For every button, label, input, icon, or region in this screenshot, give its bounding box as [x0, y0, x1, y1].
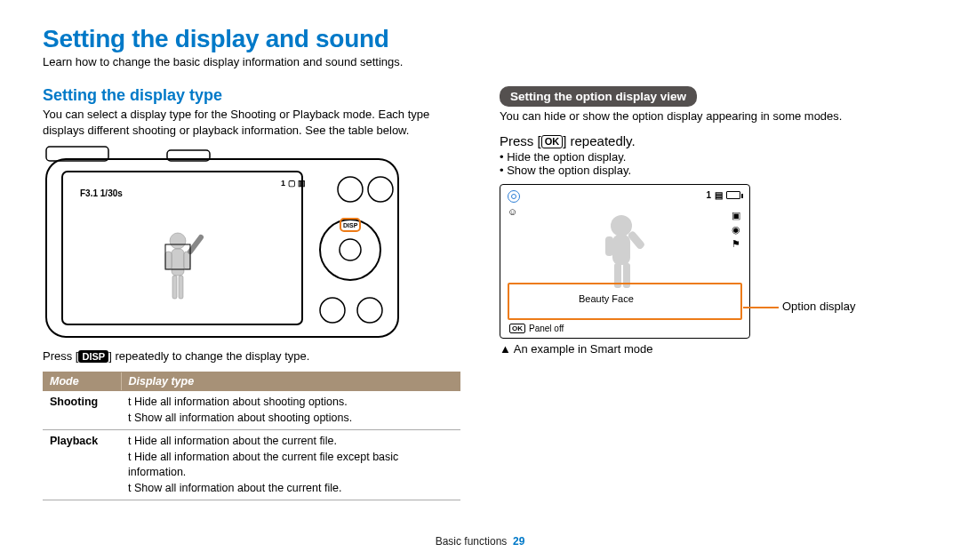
svg-rect-9 — [179, 276, 183, 299]
disp-badge: DISP — [78, 350, 108, 363]
cell-text: Show all information about the current f… — [134, 482, 341, 494]
th-mode: Mode — [43, 372, 121, 391]
option-display-callout: Option display — [782, 300, 855, 313]
mode-shooting: Shooting — [43, 391, 121, 430]
ok-bullets: Hide the option display. Show the option… — [500, 150, 917, 177]
footer-page-number: 29 — [513, 535, 524, 548]
svg-rect-5 — [172, 249, 184, 276]
list-item: Show the option display. — [500, 164, 917, 177]
option-view-badge: Setting the option display view — [500, 86, 697, 107]
top-right-icons: 1 ▤ — [706, 190, 740, 200]
svg-rect-7 — [184, 252, 190, 269]
press-suffix: ] repeatedly. — [563, 133, 635, 148]
screen-wrap: ☺ 1 ▤ ▣◉⚑ — [500, 184, 917, 339]
panel-off-label: Panel off — [529, 324, 564, 333]
camera-illustration: F3.1 1/30s 1 ▢ ▥ — [43, 145, 460, 346]
ok-badge: OK — [541, 135, 564, 148]
camera-icon — [508, 190, 520, 203]
press-prefix: Press [ — [500, 133, 541, 148]
count-readout: 1 — [706, 190, 711, 200]
mode-screen: ☺ 1 ▤ ▣◉⚑ — [500, 184, 750, 339]
table-row: Shooting t Hide all information about sh… — [43, 391, 460, 430]
list-item: Hide the option display. — [500, 150, 917, 164]
exposure-readout: F3.1 1/30s — [80, 188, 123, 198]
svg-line-10 — [190, 237, 201, 252]
page-footer: Basic functions 29 — [0, 535, 960, 548]
battery-icon — [726, 191, 740, 199]
svg-point-14 — [368, 177, 393, 202]
svg-rect-8 — [172, 276, 177, 299]
svg-point-21 — [611, 215, 632, 236]
caption-suffix: ] repeatedly to change the display type. — [108, 349, 309, 363]
ok-small-badge: OK — [509, 324, 525, 333]
svg-point-4 — [170, 233, 186, 249]
example-note: ▲ An example in Smart mode — [500, 342, 917, 356]
cell-text: Show all information about shooting opti… — [134, 412, 352, 424]
svg-point-15 — [320, 220, 380, 280]
child-silhouette — [580, 210, 669, 290]
svg-text:1 ▢ ▥: 1 ▢ ▥ — [281, 179, 306, 188]
cell-text: Hide all information about the current f… — [128, 451, 398, 479]
svg-rect-22 — [612, 235, 630, 265]
caption-prefix: Press [ — [43, 349, 78, 363]
left-column: Setting the display type You can select … — [43, 86, 460, 500]
content-columns: Setting the display type You can select … — [43, 86, 917, 500]
svg-point-20 — [357, 298, 382, 323]
smile-icon: ☺ — [508, 206, 517, 217]
page-title: Setting the display and sound — [43, 25, 917, 53]
cell-text: Hide all information about shooting opti… — [134, 396, 348, 408]
footer-section: Basic functions — [436, 535, 508, 548]
disp-caption: Press [DISP] repeatedly to change the di… — [43, 349, 460, 363]
svg-point-16 — [340, 239, 361, 260]
subhead-display-type: Setting the display type — [43, 86, 460, 105]
th-display-type: Display type — [121, 372, 460, 391]
table-row: Playback t Hide all information about th… — [43, 430, 460, 500]
svg-rect-6 — [165, 252, 172, 269]
mode-table: Mode Display type Shooting t Hide all in… — [43, 372, 460, 500]
callout-connector — [743, 307, 779, 308]
svg-rect-23 — [605, 236, 613, 256]
panel-off-row: OK Panel off — [509, 324, 564, 333]
option-view-desc: You can hide or show the option display … — [500, 108, 917, 124]
right-side-icons: ▣◉⚑ — [732, 208, 740, 251]
camera-svg: F3.1 1/30s 1 ▢ ▥ — [43, 145, 402, 342]
page-lead: Learn how to change the basic display in… — [43, 55, 917, 68]
right-column: Setting the option display view You can … — [500, 86, 917, 500]
mode-playback: Playback — [43, 430, 121, 500]
svg-point-19 — [320, 298, 345, 323]
svg-point-13 — [338, 177, 363, 202]
display-type-desc: You can select a display type for the Sh… — [43, 107, 460, 138]
press-ok-line: Press [OK] repeatedly. — [500, 133, 917, 148]
svg-text:DISP: DISP — [343, 222, 358, 228]
cell-text: Hide all information about the current f… — [134, 435, 337, 447]
option-display-rect — [508, 283, 742, 320]
sd-icon: ▤ — [715, 190, 723, 200]
top-left-icons: ☺ — [508, 190, 520, 218]
